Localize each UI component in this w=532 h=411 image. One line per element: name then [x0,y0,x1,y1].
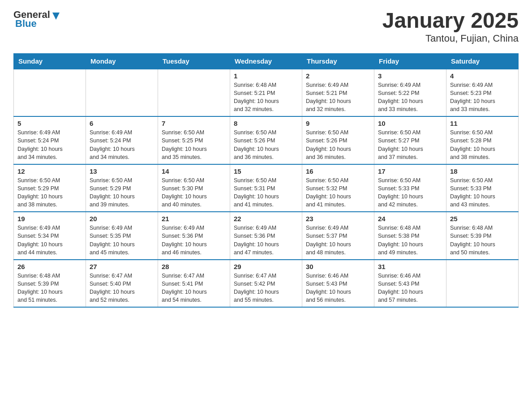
day-number: 5 [17,120,82,127]
calendar-week-row: 5Sunrise: 6:49 AM Sunset: 5:24 PM Daylig… [14,116,519,164]
calendar-day-cell: 30Sunrise: 6:46 AM Sunset: 5:43 PM Dayli… [302,260,374,308]
logo-blue-text: Blue [15,18,37,30]
calendar-week-row: 19Sunrise: 6:49 AM Sunset: 5:34 PM Dayli… [14,212,519,260]
day-number: 30 [306,263,370,270]
day-number: 25 [450,215,515,223]
day-number: 20 [90,215,154,223]
day-header-friday: Friday [374,53,446,69]
day-info: Sunrise: 6:50 AM Sunset: 5:26 PM Dayligh… [234,128,298,161]
day-info: Sunrise: 6:49 AM Sunset: 5:24 PM Dayligh… [17,128,82,161]
day-number: 15 [234,167,298,175]
calendar-day-cell: 6Sunrise: 6:49 AM Sunset: 5:24 PM Daylig… [86,116,158,164]
day-number: 26 [17,263,82,270]
day-number: 17 [378,167,442,175]
day-number: 14 [162,167,226,175]
day-number: 23 [306,215,370,223]
day-info: Sunrise: 6:49 AM Sunset: 5:23 PM Dayligh… [450,81,515,114]
day-number: 7 [162,120,226,127]
calendar-table: SundayMondayTuesdayWednesdayThursdayFrid… [13,53,519,308]
day-info: Sunrise: 6:49 AM Sunset: 5:37 PM Dayligh… [306,224,370,257]
day-info: Sunrise: 6:50 AM Sunset: 5:29 PM Dayligh… [90,176,154,209]
calendar-day-cell: 11Sunrise: 6:50 AM Sunset: 5:28 PM Dayli… [446,116,519,164]
calendar-day-cell: 15Sunrise: 6:50 AM Sunset: 5:31 PM Dayli… [230,164,302,212]
day-info: Sunrise: 6:48 AM Sunset: 5:38 PM Dayligh… [378,224,442,257]
calendar-day-cell: 19Sunrise: 6:49 AM Sunset: 5:34 PM Dayli… [14,212,86,260]
calendar-day-cell: 18Sunrise: 6:50 AM Sunset: 5:33 PM Dayli… [446,164,519,212]
day-number: 10 [378,120,442,127]
calendar-day-cell: 27Sunrise: 6:47 AM Sunset: 5:40 PM Dayli… [86,260,158,308]
day-info: Sunrise: 6:49 AM Sunset: 5:34 PM Dayligh… [17,224,82,257]
calendar-day-cell: 8Sunrise: 6:50 AM Sunset: 5:26 PM Daylig… [230,116,302,164]
day-number: 9 [306,120,370,127]
day-header-tuesday: Tuesday [158,53,230,69]
calendar-day-cell [446,260,519,308]
calendar-day-cell: 10Sunrise: 6:50 AM Sunset: 5:27 PM Dayli… [374,116,446,164]
day-info: Sunrise: 6:50 AM Sunset: 5:31 PM Dayligh… [234,176,298,209]
day-number: 27 [90,263,154,270]
day-info: Sunrise: 6:48 AM Sunset: 5:39 PM Dayligh… [450,224,515,257]
day-header-monday: Monday [86,53,158,69]
day-info: Sunrise: 6:49 AM Sunset: 5:36 PM Dayligh… [234,224,298,257]
calendar-day-cell: 16Sunrise: 6:50 AM Sunset: 5:32 PM Dayli… [302,164,374,212]
day-header-wednesday: Wednesday [230,53,302,69]
day-number: 11 [450,120,515,127]
day-number: 8 [234,120,298,127]
day-info: Sunrise: 6:50 AM Sunset: 5:30 PM Dayligh… [162,176,226,209]
calendar-day-cell: 21Sunrise: 6:49 AM Sunset: 5:36 PM Dayli… [158,212,230,260]
calendar-day-cell: 25Sunrise: 6:48 AM Sunset: 5:39 PM Dayli… [446,212,519,260]
calendar-day-cell: 3Sunrise: 6:49 AM Sunset: 5:22 PM Daylig… [374,69,446,117]
calendar-day-cell: 17Sunrise: 6:50 AM Sunset: 5:33 PM Dayli… [374,164,446,212]
calendar-day-cell: 4Sunrise: 6:49 AM Sunset: 5:23 PM Daylig… [446,69,519,117]
calendar-day-cell: 26Sunrise: 6:48 AM Sunset: 5:39 PM Dayli… [14,260,86,308]
calendar-day-cell [158,69,230,117]
calendar-day-cell: 13Sunrise: 6:50 AM Sunset: 5:29 PM Dayli… [86,164,158,212]
svg-marker-0 [52,13,60,20]
title-block: January 2025 Tantou, Fujian, China [382,9,519,44]
day-number: 29 [234,263,298,270]
calendar-day-cell: 7Sunrise: 6:50 AM Sunset: 5:25 PM Daylig… [158,116,230,164]
calendar-day-cell: 2Sunrise: 6:49 AM Sunset: 5:21 PM Daylig… [302,69,374,117]
calendar-day-cell: 23Sunrise: 6:49 AM Sunset: 5:37 PM Dayli… [302,212,374,260]
calendar-title: January 2025 [382,9,519,33]
day-info: Sunrise: 6:47 AM Sunset: 5:42 PM Dayligh… [234,272,298,304]
day-number: 24 [378,215,442,223]
day-number: 2 [306,72,370,80]
calendar-day-cell: 9Sunrise: 6:50 AM Sunset: 5:26 PM Daylig… [302,116,374,164]
page-header: General Blue January 2025 Tantou, Fujian… [13,9,519,44]
day-info: Sunrise: 6:50 AM Sunset: 5:27 PM Dayligh… [378,128,442,161]
day-number: 4 [450,72,515,80]
day-info: Sunrise: 6:50 AM Sunset: 5:25 PM Dayligh… [162,128,226,161]
day-header-saturday: Saturday [446,53,519,69]
logo: General Blue [13,9,61,30]
calendar-day-cell: 1Sunrise: 6:48 AM Sunset: 5:21 PM Daylig… [230,69,302,117]
day-number: 18 [450,167,515,175]
calendar-day-cell [14,69,86,117]
day-info: Sunrise: 6:49 AM Sunset: 5:24 PM Dayligh… [90,128,154,161]
day-number: 19 [17,215,82,223]
calendar-day-cell: 24Sunrise: 6:48 AM Sunset: 5:38 PM Dayli… [374,212,446,260]
day-info: Sunrise: 6:47 AM Sunset: 5:41 PM Dayligh… [162,272,226,304]
calendar-day-cell: 31Sunrise: 6:46 AM Sunset: 5:43 PM Dayli… [374,260,446,308]
day-info: Sunrise: 6:50 AM Sunset: 5:33 PM Dayligh… [378,176,442,209]
day-info: Sunrise: 6:47 AM Sunset: 5:40 PM Dayligh… [90,272,154,304]
calendar-day-cell [86,69,158,117]
day-number: 16 [306,167,370,175]
day-header-thursday: Thursday [302,53,374,69]
day-info: Sunrise: 6:49 AM Sunset: 5:22 PM Dayligh… [378,81,442,114]
day-info: Sunrise: 6:50 AM Sunset: 5:29 PM Dayligh… [17,176,82,209]
day-info: Sunrise: 6:50 AM Sunset: 5:33 PM Dayligh… [450,176,515,209]
day-number: 13 [90,167,154,175]
calendar-header-row: SundayMondayTuesdayWednesdayThursdayFrid… [14,53,519,69]
logo-triangle-icon [51,11,61,21]
day-info: Sunrise: 6:49 AM Sunset: 5:36 PM Dayligh… [162,224,226,257]
day-number: 6 [90,120,154,127]
calendar-day-cell: 28Sunrise: 6:47 AM Sunset: 5:41 PM Dayli… [158,260,230,308]
day-info: Sunrise: 6:46 AM Sunset: 5:43 PM Dayligh… [378,272,442,304]
day-number: 1 [234,72,298,80]
day-info: Sunrise: 6:50 AM Sunset: 5:28 PM Dayligh… [450,128,515,161]
day-number: 31 [378,263,442,270]
calendar-day-cell: 5Sunrise: 6:49 AM Sunset: 5:24 PM Daylig… [14,116,86,164]
calendar-day-cell: 20Sunrise: 6:49 AM Sunset: 5:35 PM Dayli… [86,212,158,260]
day-number: 3 [378,72,442,80]
day-info: Sunrise: 6:49 AM Sunset: 5:21 PM Dayligh… [306,81,370,114]
